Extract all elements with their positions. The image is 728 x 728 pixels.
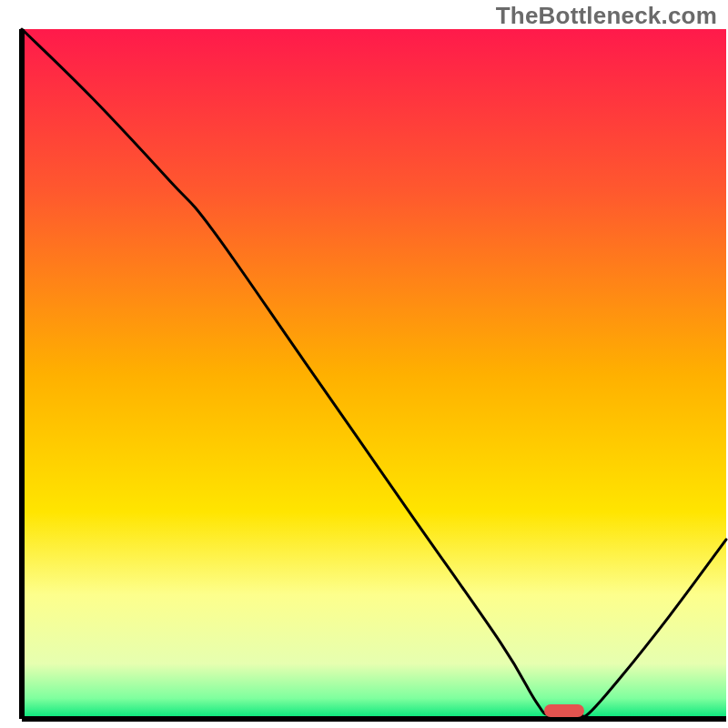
watermark-text: TheBottleneck.com xyxy=(496,2,717,30)
chart-frame: TheBottleneck.com xyxy=(0,0,728,728)
optimal-indicator-marker xyxy=(544,704,584,717)
chart-plot-area xyxy=(22,29,726,719)
bottleneck-chart xyxy=(0,0,728,728)
